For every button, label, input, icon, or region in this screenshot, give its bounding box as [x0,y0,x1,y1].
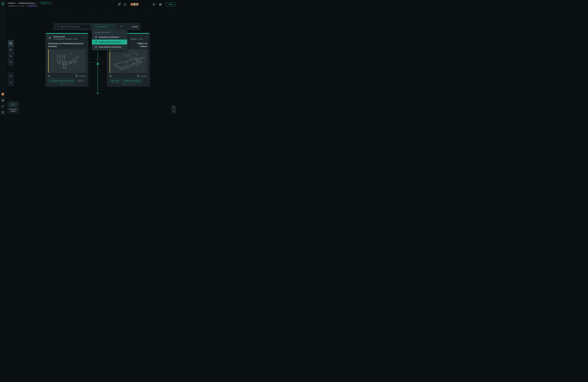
svg-point-0 [2,100,3,101]
svg-point-6 [10,55,10,55]
app-logo[interactable] [1,2,4,6]
branch-tool[interactable] [8,53,13,59]
cursor-tool[interactable] [8,40,13,46]
dropdown-header: SCHNELLAKTIONEN [92,31,127,35]
move-tool[interactable] [8,46,13,53]
combine-dropdown-toggle[interactable] [110,24,115,29]
svg-line-20 [95,36,95,37]
svg-point-8 [10,61,11,63]
chip[interactable]: Seit Kur [76,79,86,83]
bell-icon[interactable] [118,3,120,6]
shuffle-icon [94,41,97,43]
card-figure[interactable]: i i i i i i i i [48,49,86,73]
shuffle-icon [94,46,97,48]
svg-line-14 [95,26,95,26]
updated-label: Aktualisiert 10. Juli 2023 [8,5,25,7]
canvas-toolbar [7,40,14,66]
app-rail [0,0,6,116]
svg-point-46 [146,36,146,37]
legend-card[interactable]: GeschütztePatente [7,101,19,113]
share-button[interactable]: Teilen [166,2,175,6]
zoom-controls: + − [172,106,176,113]
dropdown-item-auto[interactable]: Automatisches Fusionieren [92,44,127,49]
redo-tool[interactable] [8,73,13,79]
card-category: Elektrotechnik [54,36,82,38]
avatar [135,2,139,6]
svg-point-17 [122,26,122,27]
card-pager[interactable] [46,84,88,86]
dropdown-item-compact[interactable]: Kompaktes Kombinieren [92,35,127,40]
chat-icon[interactable] [124,3,126,6]
quick-actions-dropdown: SCHNELLAKTIONEN Kompaktes Kombinieren Au… [92,30,127,50]
svg-point-10 [57,26,59,27]
svg-rect-41 [63,63,66,68]
chip[interactable]: Microchips [109,79,121,83]
svg-rect-27 [49,37,50,39]
bookmark-icon[interactable] [153,3,155,6]
shuffle-icon [94,36,97,38]
legend-label: GeschütztePatente [8,108,18,112]
shield-off-icon [137,75,139,77]
card-since: seit 2011 [79,75,86,77]
collaborator-avatars[interactable] [130,2,139,6]
shield-off-icon [75,75,78,77]
card-more-button[interactable] [145,36,148,39]
gear-icon[interactable] [159,3,162,6]
card-figure[interactable]: i i i i i i i i i i i i i [109,49,147,73]
search-input-wrap[interactable] [55,24,91,29]
svg-line-23 [95,41,95,42]
svg-point-39 [84,38,85,38]
chevron-down-icon [111,26,113,27]
dropdown-item-detailed[interactable]: Ausführliches Kombinieren [92,40,127,44]
chevron-down-icon[interactable] [37,2,39,4]
card-pager[interactable] [107,84,149,86]
svg-point-38 [84,37,85,38]
search-input[interactable] [60,25,89,28]
cursor-pointer-icon [125,42,127,45]
breadcrumb: Projekt 1 / Artefaktsammlung 1 VERSION 2… [8,2,52,7]
topbar: Projekt 1 / Artefaktsammlung 1 VERSION 2… [6,0,178,9]
canvas[interactable]: Kombinieren Zurück SCHNELLAKTIONEN Kompa… [6,9,178,116]
svg-point-7 [11,56,12,57]
canvas-toolbar-history [7,72,14,86]
zoom-out-button[interactable]: − [172,109,176,113]
svg-point-47 [146,37,146,38]
svg-point-16 [121,26,122,27]
chip[interactable]: Im aktuellen Monat häufig zitiert [48,79,75,83]
thumbs-up-icon[interactable] [48,75,50,77]
svg-point-37 [84,36,85,37]
breadcrumb-collection[interactable]: Artefaktsammlung 1 [19,2,36,4]
status-pill: IN PROGRESS [26,5,38,7]
breadcrumb-sep: / [17,2,17,4]
combine-button[interactable]: Kombinieren [93,24,110,29]
svg-line-11 [58,27,59,27]
panel-toggle-icon[interactable] [1,111,4,114]
logout-icon[interactable] [1,105,4,108]
chip-icon [48,36,52,40]
svg-line-26 [95,46,95,47]
notification-dot [120,3,121,4]
version-pill: VERSION 2.01 [40,2,52,4]
svg-line-9 [11,63,12,63]
settings-icon[interactable] [1,99,4,102]
search-tool[interactable] [8,59,13,65]
thumbs-up-icon[interactable] [109,75,112,77]
chip[interactable]: Halbleitertechnologien [122,79,142,83]
undo-tool[interactable] [8,79,13,85]
card-since: seit 2011 [140,75,147,77]
svg-point-15 [120,26,121,27]
card-more-button[interactable] [83,36,86,39]
svg-rect-28 [49,38,50,38]
card-title: Vorrichtung zur Randentlackung eines Sub… [46,41,88,49]
back-button[interactable]: Zurück [132,25,138,28]
action-bar: Kombinieren Zurück [54,23,140,30]
more-actions-button[interactable] [120,25,123,28]
zoom-in-button[interactable]: + [172,106,176,109]
svg-point-48 [146,38,146,38]
breadcrumb-project[interactable]: Projekt 1 [8,2,16,4]
artifact-card[interactable]: Elektrotechnik Flüssigkeiten Auftragen F… [46,33,88,87]
card-tags: Flüssigkeiten Auftragen Foto [54,38,82,40]
rail-user-avatar[interactable] [1,93,4,96]
shuffle-icon [95,25,97,28]
shield-icon [8,102,18,107]
